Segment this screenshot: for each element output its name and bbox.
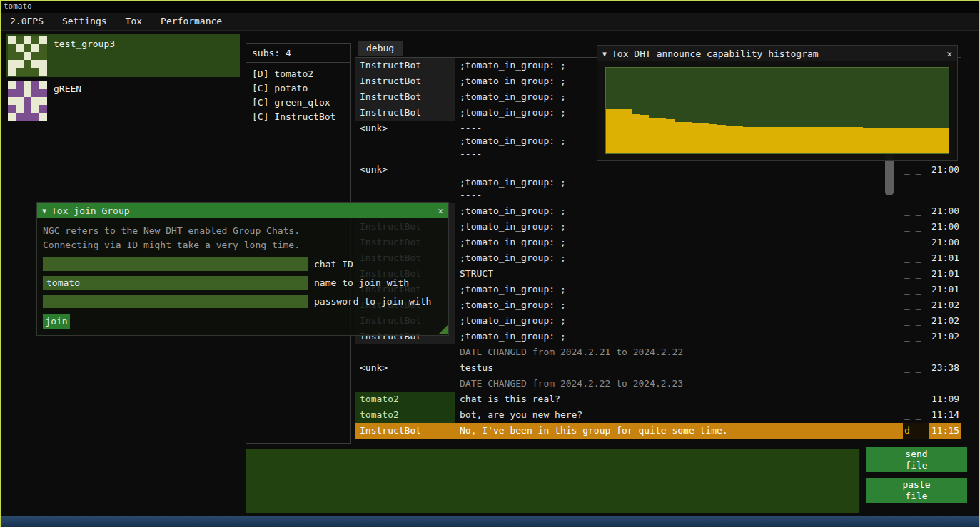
histogram-window-titlebar[interactable]: ▼ Tox DHT announce capability histogram … <box>597 46 957 61</box>
histogram-bar <box>700 123 709 153</box>
histogram-bar <box>743 127 752 153</box>
menu-item-performance[interactable]: Performance <box>151 13 231 30</box>
message-flags: _ _ <box>903 162 929 203</box>
subs-member[interactable]: [D] tomato2 <box>252 67 345 81</box>
message-time: 21:01 <box>929 266 961 282</box>
message-input[interactable] <box>246 449 860 513</box>
sidebar-item-test_group3[interactable]: test_group3 <box>6 34 240 77</box>
sender-name: <unk> <box>355 162 455 203</box>
collapse-arrow-icon[interactable]: ▼ <box>602 50 607 58</box>
join-window-titlebar[interactable]: ▼ Tox join Group ✕ <box>37 203 448 218</box>
histogram-bar <box>880 128 889 153</box>
subs-member[interactable]: [C] InstructBot <box>252 110 345 124</box>
message-text: bot, are you new here? <box>455 407 903 423</box>
histogram-bar <box>632 114 640 153</box>
group-avatar-icon <box>8 36 47 76</box>
sender-name: InstructBot <box>355 58 455 73</box>
join-fields: chat IDname to join withpassword to join… <box>43 257 443 308</box>
histogram-bar <box>923 128 931 153</box>
message-flags: d <box>903 423 929 439</box>
join-field-row: chat ID <box>43 257 443 271</box>
join-info-line-2: Connecting via ID might take a very long… <box>43 238 443 252</box>
histogram-bar <box>692 123 700 153</box>
histogram-bar <box>657 118 666 153</box>
histogram-bar <box>837 127 846 153</box>
sender-name <box>355 344 455 360</box>
subs-member[interactable]: [C] potato <box>252 81 345 96</box>
message-time: 21:00 <box>929 219 961 235</box>
message-text: ;tomato_in_group: ; <box>455 250 903 266</box>
join-button[interactable]: join <box>43 314 70 329</box>
message-text: ;tomato_in_group: ; <box>455 282 903 297</box>
sender-name: InstructBot <box>355 423 455 439</box>
sender-name: tomato2 <box>355 392 455 407</box>
close-icon[interactable]: ✕ <box>946 48 952 59</box>
message-flags: _ _ <box>903 203 929 219</box>
group-name-label: gREEN <box>54 81 81 94</box>
histogram-bar <box>709 124 717 153</box>
window-titlebar: tomato <box>1 1 979 13</box>
histogram-plot <box>605 67 949 154</box>
histogram-bar <box>863 128 872 153</box>
join-input-name-to-join-with[interactable] <box>43 276 308 290</box>
join-window-title: Tox join Group <box>51 205 433 216</box>
message-time: 11:09 <box>929 392 961 407</box>
message-text: ;tomato_in_group: ; <box>455 235 903 250</box>
date-changed-row: DATE CHANGED from 2024.2.21 to 2024.2.22 <box>355 344 961 360</box>
group-avatar-icon <box>8 81 47 121</box>
chat-message-row[interactable]: <unk>testus_ _23:38 <box>355 360 961 376</box>
sender-name: InstructBot <box>355 105 455 121</box>
join-group-window: ▼ Tox join Group ✕ NGC refers to the New… <box>36 202 449 336</box>
chat-message-row[interactable]: tomato2chat is this real?_ _11:09 <box>355 392 961 407</box>
sidebar-item-green[interactable]: gREEN <box>6 79 240 122</box>
message-flags: _ _ <box>903 219 929 235</box>
histogram-bar <box>666 119 675 153</box>
send-file-button[interactable]: send file <box>866 447 967 472</box>
message-time: 21:00 <box>929 162 961 203</box>
message-time: 11:14 <box>929 407 961 423</box>
histogram-bar <box>889 128 897 153</box>
subs-list: [D] tomato2[C] potato[C] green_qtox[C] I… <box>252 67 345 124</box>
message-text: ;tomato_in_group: ; <box>455 297 903 313</box>
histogram-bar <box>897 128 906 153</box>
histogram-bar <box>820 127 829 153</box>
message-time: 21:02 <box>929 329 961 344</box>
chat-message-row[interactable]: tomato2bot, are you new here?_ _11:14 <box>355 407 961 423</box>
histogram-bar <box>872 128 880 153</box>
message-time: 21:00 <box>929 235 961 250</box>
message-text: testus <box>455 360 903 376</box>
join-field-row: password to join with <box>43 295 443 308</box>
resize-grip[interactable] <box>438 325 448 334</box>
join-info-line-1: NGC refers to the New DHT enabled Group … <box>43 224 443 238</box>
message-flags: _ _ <box>903 250 929 266</box>
menu-item-tox[interactable]: Tox <box>116 13 151 30</box>
collapse-arrow-icon[interactable]: ▼ <box>42 207 46 215</box>
histogram-bar <box>931 128 940 153</box>
chat-message-row[interactable]: InstructBotNo, I've been in this group f… <box>355 423 961 439</box>
join-input-chat-ID[interactable] <box>43 257 308 271</box>
message-text: ;tomato_in_group: ; <box>455 219 903 235</box>
window-bottom-edge <box>1 516 979 527</box>
menu-item-2.0fps[interactable]: 2.0FPS <box>1 13 53 30</box>
histogram-bar <box>752 127 760 153</box>
message-flags: _ _ <box>903 360 929 376</box>
tab-debug[interactable]: debug <box>358 41 403 56</box>
subs-member[interactable]: [C] green_qtox <box>252 96 345 110</box>
histogram-bar <box>615 109 623 153</box>
chat-message-row[interactable]: <unk>---- ;tomato_in_group: ; ----_ _21:… <box>355 162 961 203</box>
menu-item-settings[interactable]: Settings <box>53 13 116 30</box>
message-text: ;tomato_in_group: ; <box>455 313 903 329</box>
histogram-bar <box>906 128 914 153</box>
paste-file-button[interactable]: paste file <box>866 478 967 503</box>
separator <box>246 62 350 63</box>
close-icon[interactable]: ✕ <box>438 205 443 216</box>
date-changed-text: DATE CHANGED from 2024.2.22 to 2024.2.23 <box>455 376 961 392</box>
join-input-password-to-join-with[interactable] <box>43 295 308 308</box>
join-field-row: name to join with <box>43 276 443 290</box>
message-text: ;tomato_in_group: ; <box>455 329 903 344</box>
message-text: ;tomato_in_group: ; <box>455 203 903 219</box>
dht-histogram-window: ▼ Tox DHT announce capability histogram … <box>597 45 958 161</box>
histogram-bar <box>812 127 820 153</box>
histogram-bar <box>734 126 743 153</box>
message-text: No, I've been in this group for quite so… <box>455 423 903 439</box>
